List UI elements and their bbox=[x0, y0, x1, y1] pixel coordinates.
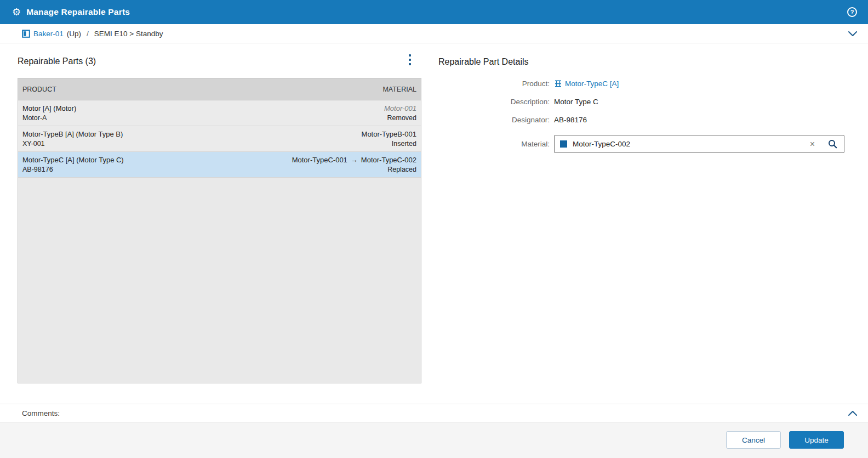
breadcrumb-path: SEMI E10 > Standby bbox=[94, 30, 163, 38]
designator-label: Designator: bbox=[438, 116, 550, 124]
product-icon bbox=[554, 80, 562, 87]
material-label: Material: bbox=[438, 140, 550, 148]
product-designator: Motor-A bbox=[22, 114, 384, 123]
breadcrumb-separator: / bbox=[87, 30, 89, 38]
table-row-motor-typec-selected[interactable]: Motor-TypeC [A] (Motor Type C) AB-98176 … bbox=[18, 152, 421, 178]
breadcrumb: Baker-01 (Up) / SEMI E10 > Standby bbox=[0, 24, 868, 43]
field-product: Product: Motor-TypeC [A] bbox=[438, 80, 619, 88]
help-icon[interactable]: ? bbox=[847, 7, 857, 17]
comments-label: Comments: bbox=[22, 409, 60, 417]
arrow-right-icon: → bbox=[351, 156, 358, 164]
product-designator: XY-001 bbox=[22, 139, 362, 149]
table-row-motor-typeb[interactable]: Motor-TypeB [A] (Motor Type B) XY-001 Mo… bbox=[18, 126, 421, 152]
material-change: Motor-TypeC-001→Motor-TypeC-002 bbox=[292, 155, 416, 165]
product-name: Motor-TypeC [A] (Motor Type C) bbox=[22, 155, 292, 165]
field-description: Description: Motor Type C bbox=[438, 98, 598, 106]
parts-table: PRODUCT MATERIAL Motor [A] (Motor) Motor… bbox=[18, 78, 421, 383]
material-cell: Motor-TypeB-001 Inserted bbox=[362, 129, 416, 149]
close-icon[interactable]: × bbox=[810, 140, 815, 149]
column-header-product[interactable]: PRODUCT bbox=[22, 86, 56, 93]
breadcrumb-equipment-link[interactable]: Baker-01 bbox=[33, 30, 64, 38]
material-from: Motor-TypeC-001 bbox=[292, 156, 347, 164]
material-to: Motor-TypeC-002 bbox=[361, 156, 416, 164]
product-link-label: Motor-TypeC [A] bbox=[565, 80, 619, 88]
product-cell: Motor-TypeC [A] (Motor Type C) AB-98176 bbox=[22, 155, 292, 174]
equipment-icon bbox=[22, 30, 30, 38]
material-swatch-icon bbox=[560, 140, 567, 148]
chevron-down-icon[interactable] bbox=[848, 31, 857, 36]
field-material: Material: Motor-TypeC-002 × bbox=[438, 135, 844, 153]
product-label: Product: bbox=[438, 80, 550, 88]
material-name: Motor-001 bbox=[384, 104, 416, 114]
material-cell: Motor-001 Removed bbox=[384, 103, 416, 123]
material-status: Replaced bbox=[292, 165, 416, 174]
product-name: Motor-TypeB [A] (Motor Type B) bbox=[22, 129, 362, 139]
field-designator: Designator: AB-98176 bbox=[438, 116, 587, 124]
description-label: Description: bbox=[438, 98, 550, 106]
material-input-value: Motor-TypeC-002 bbox=[573, 140, 810, 148]
material-status: Removed bbox=[384, 114, 416, 123]
cancel-button[interactable]: Cancel bbox=[726, 431, 781, 449]
material-cell: Motor-TypeC-001→Motor-TypeC-002 Replaced bbox=[292, 155, 416, 174]
product-link[interactable]: Motor-TypeC [A] bbox=[554, 80, 619, 88]
column-header-material[interactable]: MATERIAL bbox=[382, 86, 416, 93]
parts-table-header: PRODUCT MATERIAL bbox=[18, 78, 421, 100]
manage-repairable-parts-dialog: ⚙ Manage Repairable Parts ? Baker-01 (Up… bbox=[0, 0, 868, 458]
details-panel-title: Repairable Part Details bbox=[438, 57, 529, 67]
product-cell: Motor [A] (Motor) Motor-A bbox=[22, 103, 384, 123]
kebab-menu-icon[interactable] bbox=[406, 54, 414, 66]
product-name: Motor [A] (Motor) bbox=[22, 104, 384, 114]
material-input[interactable]: Motor-TypeC-002 × bbox=[554, 135, 844, 153]
product-cell: Motor-TypeB [A] (Motor Type B) XY-001 bbox=[22, 129, 362, 149]
update-button[interactable]: Update bbox=[789, 431, 844, 449]
search-icon[interactable] bbox=[828, 139, 837, 149]
chevron-up-icon[interactable] bbox=[848, 411, 857, 416]
description-value: Motor Type C bbox=[554, 98, 598, 106]
product-designator: AB-98176 bbox=[22, 165, 292, 174]
gear-icon: ⚙ bbox=[12, 7, 21, 17]
breadcrumb-up-action[interactable]: (Up) bbox=[67, 30, 81, 38]
dialog-title: Manage Repairable Parts bbox=[26, 7, 130, 17]
table-row-motor[interactable]: Motor [A] (Motor) Motor-A Motor-001 Remo… bbox=[18, 100, 421, 126]
parts-panel-title: Repairable Parts (3) bbox=[18, 56, 96, 66]
title-bar: ⚙ Manage Repairable Parts ? bbox=[0, 0, 868, 24]
designator-value: AB-98176 bbox=[554, 116, 587, 124]
comments-section-toggle[interactable]: Comments: bbox=[0, 404, 868, 422]
material-status: Inserted bbox=[362, 139, 416, 149]
material-name: Motor-TypeB-001 bbox=[362, 129, 416, 139]
